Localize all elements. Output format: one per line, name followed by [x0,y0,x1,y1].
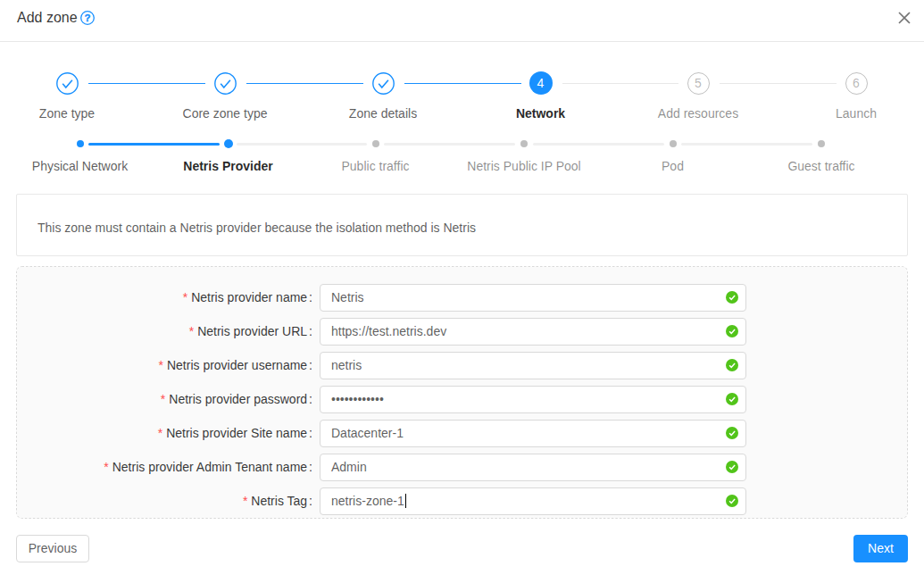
svg-text:?: ? [84,12,90,23]
